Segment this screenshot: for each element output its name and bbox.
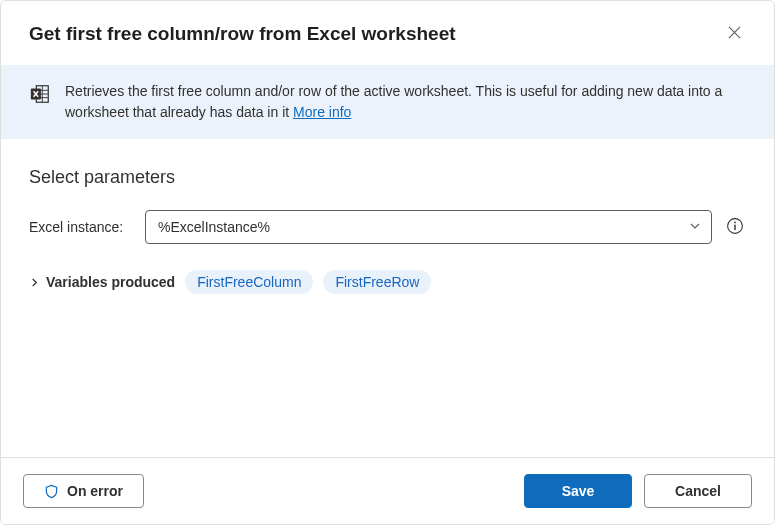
svg-rect-8 xyxy=(734,224,735,229)
info-text: Retrieves the first free column and/or r… xyxy=(65,81,746,123)
dialog-header: Get first free column/row from Excel wor… xyxy=(1,1,774,65)
dialog-content: Select parameters Excel instance: %Excel… xyxy=(1,139,774,294)
section-heading: Select parameters xyxy=(29,167,746,188)
excel-icon xyxy=(29,83,51,108)
on-error-button[interactable]: On error xyxy=(23,474,144,508)
save-label: Save xyxy=(562,483,595,499)
info-description: Retrieves the first free column and/or r… xyxy=(65,83,722,120)
cancel-button[interactable]: Cancel xyxy=(644,474,752,508)
variable-chip-firstfreerow[interactable]: FirstFreeRow xyxy=(323,270,431,294)
excel-instance-info-button[interactable] xyxy=(724,215,746,240)
more-info-link[interactable]: More info xyxy=(293,104,351,120)
chevron-down-icon xyxy=(689,219,701,235)
variable-chip-firstfreecolumn[interactable]: FirstFreeColumn xyxy=(185,270,313,294)
chevron-right-icon xyxy=(29,277,40,288)
variables-produced-toggle[interactable]: Variables produced xyxy=(29,274,175,290)
variables-produced-label: Variables produced xyxy=(46,274,175,290)
dialog-title: Get first free column/row from Excel wor… xyxy=(29,23,456,45)
svg-point-7 xyxy=(734,221,736,223)
close-icon xyxy=(727,25,742,43)
excel-instance-row: Excel instance: %ExcelInstance% xyxy=(29,210,746,244)
excel-instance-dropdown[interactable]: %ExcelInstance% xyxy=(145,210,712,244)
dialog-footer: On error Save Cancel xyxy=(1,457,774,524)
footer-actions: Save Cancel xyxy=(524,474,752,508)
info-banner: Retrieves the first free column and/or r… xyxy=(1,65,774,139)
variables-row: Variables produced FirstFreeColumn First… xyxy=(29,270,746,294)
shield-icon xyxy=(44,484,59,499)
cancel-label: Cancel xyxy=(675,483,721,499)
info-icon xyxy=(726,217,744,238)
on-error-label: On error xyxy=(67,483,123,499)
save-button[interactable]: Save xyxy=(524,474,632,508)
close-button[interactable] xyxy=(723,21,746,47)
excel-instance-label: Excel instance: xyxy=(29,219,133,235)
excel-instance-value: %ExcelInstance% xyxy=(158,219,270,235)
